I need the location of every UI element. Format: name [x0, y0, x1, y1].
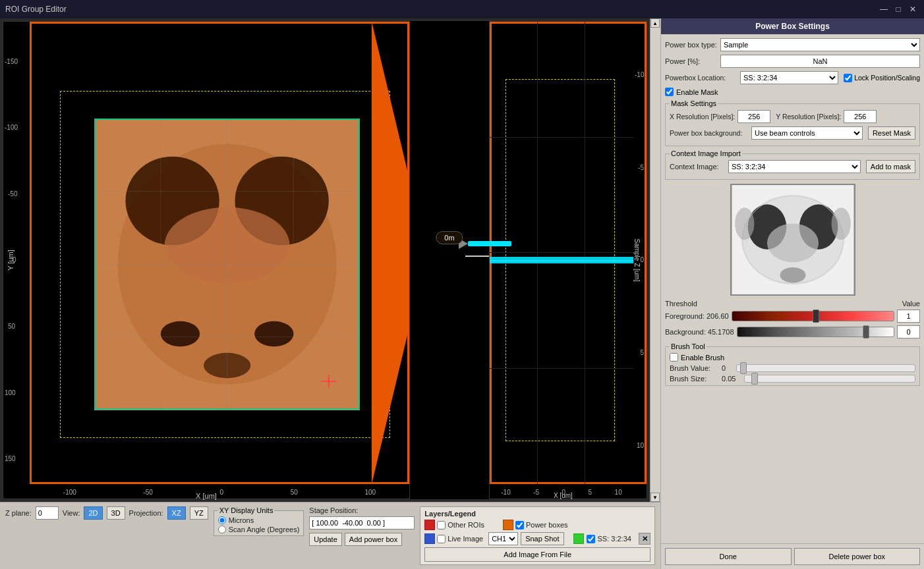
mask-settings-fieldset: Mask Settings X Resolution [Pixels]: Y R…	[665, 99, 920, 146]
btn-xz[interactable]: XZ	[167, 506, 186, 520]
done-btn[interactable]: Done	[665, 548, 792, 565]
live-image-checkbox[interactable]	[437, 535, 446, 543]
brush-tool-legend: Brush Tool	[670, 342, 707, 350]
location-select[interactable]: SS: 3:2:34	[740, 71, 838, 84]
reset-mask-btn[interactable]: Reset Mask	[868, 126, 915, 140]
x-axis-label: X [um]	[196, 492, 217, 500]
y-res-input[interactable]	[844, 110, 877, 123]
right-panel: Power Box Settings Power box type: Sampl…	[660, 18, 924, 569]
z-plane-input[interactable]	[36, 506, 59, 520]
scan-angle-radio-label[interactable]: Scan Angle (Degrees)	[218, 526, 300, 533]
microns-label: Microns	[229, 516, 254, 524]
foreground-slider-track[interactable]	[732, 311, 894, 321]
scan-angle-radio[interactable]	[218, 526, 226, 533]
enable-brush-row: Enable Brush	[670, 353, 915, 362]
minimize-button[interactable]: —	[878, 3, 890, 15]
vertical-scrollbar[interactable]: ▲ ▼	[650, 18, 660, 502]
update-btn[interactable]: Update	[309, 533, 341, 546]
context-image-row: Context Image: SS: 3:2:34 Add to mask	[670, 160, 915, 173]
foreground-slider-thumb[interactable]	[813, 310, 819, 323]
context-image-select[interactable]: SS: 3:2:34	[728, 160, 861, 173]
location-row: Powerbox Location: SS: 3:2:34 Lock Posit…	[665, 71, 920, 84]
powerbox-connector: 0m	[410, 21, 489, 499]
enable-mask-label[interactable]: Enable Mask	[665, 88, 718, 96]
brush-value-thumb[interactable]	[740, 362, 747, 374]
x-res-input[interactable]	[737, 110, 770, 123]
background-slider-thumb[interactable]	[863, 325, 869, 339]
channel-select[interactable]: CH1 CH2 CH3	[488, 532, 518, 545]
add-to-mask-btn[interactable]: Add to mask	[866, 160, 915, 173]
y-tick-2: -100	[5, 124, 30, 131]
background-value-input[interactable]	[897, 325, 920, 339]
power-boxes-label: Power boxes	[526, 521, 568, 529]
layers-title: Layers/Legend	[424, 510, 650, 518]
enable-brush-text: Enable Brush	[681, 354, 724, 362]
xz-y-label: Sample Z [um]	[633, 238, 641, 281]
panel-footer: Done Delete power box	[661, 543, 924, 569]
svg-point-25	[735, 207, 754, 240]
close-button[interactable]: ✕	[907, 3, 919, 15]
stage-position-group: Stage Position: Update Add power box	[309, 506, 415, 546]
other-rois-checkbox[interactable]	[437, 521, 446, 529]
layers-legend: Layers/Legend Other ROIs Power boxes	[420, 506, 655, 565]
xy-canvas[interactable]	[30, 22, 409, 484]
context-thumbnail	[730, 184, 855, 296]
y-res-label: Y Resolution [Pixels]:	[776, 113, 841, 121]
brain-scan	[94, 119, 360, 410]
brush-size-track[interactable]	[744, 375, 915, 383]
live-image-icon	[424, 533, 435, 544]
btn-2d[interactable]: 2D	[84, 506, 102, 520]
power-boxes-icon	[503, 520, 513, 530]
microns-radio-label[interactable]: Microns	[218, 516, 300, 524]
background-label: Background: 45.1708	[665, 328, 734, 336]
enable-brush-checkbox[interactable]	[670, 353, 678, 362]
y-axis-label: Y [um]	[7, 250, 14, 271]
btn-3d[interactable]: 3D	[107, 506, 125, 520]
scan-angle-label: Scan Angle (Degrees)	[229, 526, 300, 533]
add-image-btn[interactable]: Add Image From File	[424, 547, 650, 562]
context-image-fieldset: Context Image Import Context Image: SS: …	[665, 149, 920, 180]
foreground-value-input[interactable]	[897, 310, 920, 323]
stage-position-input[interactable]	[309, 516, 415, 529]
power-input[interactable]	[720, 55, 920, 68]
y-tick-5: 50	[8, 323, 33, 330]
close-btn[interactable]: ✕	[639, 533, 650, 545]
power-row: Power [%]:	[665, 55, 920, 68]
add-power-box-btn[interactable]: Add power box	[345, 533, 402, 546]
type-label: Power box type:	[665, 41, 718, 49]
x-axis-ticks: -100 -50 0 50 100	[30, 485, 409, 499]
foreground-value: 206.60	[707, 312, 729, 320]
type-select[interactable]: Sample Reference Custom	[720, 38, 920, 51]
enable-mask-checkbox[interactable]	[665, 88, 674, 96]
panel-title: Power Box Settings	[661, 18, 924, 34]
background-slider-track[interactable]	[737, 327, 894, 337]
other-rois-item: Other ROIs	[424, 520, 484, 530]
y-tick-1: -150	[5, 58, 30, 65]
scroll-up-btn[interactable]: ▲	[650, 18, 660, 28]
slider-header: Threshold Value	[665, 300, 920, 308]
delete-power-box-btn[interactable]: Delete power box	[794, 548, 921, 565]
xz-x-label: X [um]	[554, 492, 573, 499]
brush-value-display: 0	[722, 364, 734, 372]
display-units-legend: XY Display Units	[218, 506, 275, 514]
svg-point-22	[766, 224, 818, 263]
lock-label: Lock Position/Scaling	[844, 74, 920, 82]
microns-radio[interactable]	[218, 516, 226, 524]
brush-value-track[interactable]	[736, 364, 915, 372]
maximize-button[interactable]: □	[892, 3, 904, 15]
svg-marker-17	[372, 22, 409, 484]
title-bar: ROI Group Editor — □ ✕	[0, 0, 924, 18]
enable-brush-label[interactable]: Enable Brush	[670, 353, 915, 362]
live-image-label: Live Image	[448, 535, 483, 543]
scroll-down-btn[interactable]: ▼	[650, 493, 660, 502]
y-tick-3: -50	[8, 190, 33, 198]
power-boxes-checkbox[interactable]	[515, 521, 524, 529]
btn-yz[interactable]: YZ	[190, 506, 208, 520]
viewport-area: -150 -100 -50 0 50 100 150 Y [um]	[0, 18, 660, 502]
bg-select[interactable]: Use beam controls Custom	[751, 126, 863, 140]
lock-checkbox[interactable]	[844, 74, 852, 82]
brush-size-thumb[interactable]	[751, 373, 758, 385]
enable-mask-text: Enable Mask	[676, 88, 718, 96]
ss-checkbox[interactable]	[587, 535, 595, 543]
snap-shot-btn[interactable]: Snap Shot	[521, 532, 563, 545]
